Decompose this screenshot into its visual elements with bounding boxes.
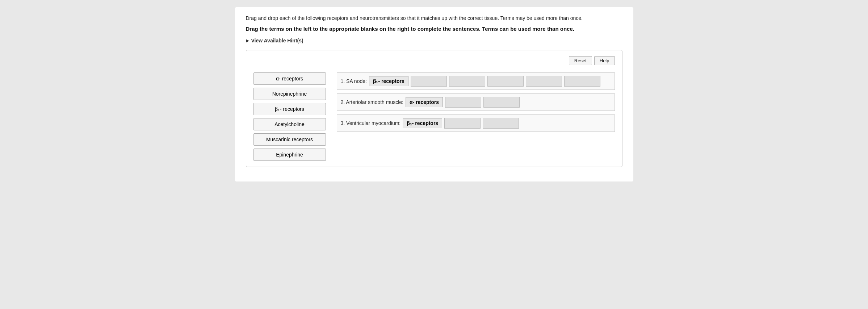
drop-zone-1-4[interactable] bbox=[526, 76, 562, 87]
reset-button[interactable]: Reset bbox=[569, 56, 592, 65]
sentence-3-filled: β₁- receptors bbox=[403, 118, 442, 128]
drop-zone-1-3[interactable] bbox=[487, 76, 524, 87]
term-alpha-receptors[interactable]: α- receptors bbox=[253, 72, 326, 85]
hint-row[interactable]: ▶ View Available Hint(s) bbox=[246, 38, 622, 43]
term-norepinephrine[interactable]: Norepinephrine bbox=[253, 88, 326, 100]
instruction-line2: Drag the terms on the left to the approp… bbox=[246, 25, 622, 33]
sentences-column: 1. SA node: β₁- receptors 2. Arteriolar … bbox=[337, 72, 615, 161]
sentence-2-label: 2. Arteriolar smooth muscle: bbox=[341, 99, 404, 105]
term-muscarinic-receptors[interactable]: Muscarinic receptors bbox=[253, 133, 326, 146]
hint-arrow-icon: ▶ bbox=[246, 38, 249, 43]
drag-area: Reset Help α- receptors Norepinephrine β… bbox=[246, 50, 622, 167]
sentence-1-filled: β₁- receptors bbox=[369, 76, 408, 86]
content-area: α- receptors Norepinephrine β₁- receptor… bbox=[253, 72, 615, 161]
top-buttons: Reset Help bbox=[253, 56, 615, 65]
drop-zone-3-1[interactable] bbox=[444, 118, 481, 129]
drop-zone-3-2[interactable] bbox=[483, 118, 519, 129]
drop-zone-1-5[interactable] bbox=[564, 76, 600, 87]
sentence-2-filled: α- receptors bbox=[406, 97, 443, 107]
term-beta1-receptors[interactable]: β₁- receptors bbox=[253, 103, 326, 115]
sentence-row-2: 2. Arteriolar smooth muscle: α- receptor… bbox=[337, 93, 615, 111]
sentence-row-1: 1. SA node: β₁- receptors bbox=[337, 72, 615, 90]
terms-column: α- receptors Norepinephrine β₁- receptor… bbox=[253, 72, 326, 161]
drop-zone-2-1[interactable] bbox=[445, 97, 481, 108]
sentence-1-number: 1. SA node: bbox=[341, 78, 367, 84]
sentence-3-label: 3. Ventricular myocardium: bbox=[341, 120, 401, 126]
drop-zone-1-2[interactable] bbox=[449, 76, 485, 87]
hint-label[interactable]: View Available Hint(s) bbox=[251, 38, 303, 43]
term-acetylcholine[interactable]: Acetylcholine bbox=[253, 118, 326, 130]
drop-zone-2-2[interactable] bbox=[483, 97, 520, 108]
page-wrapper: Drag and drop each of the following rece… bbox=[235, 7, 633, 181]
term-epinephrine[interactable]: Epinephrine bbox=[253, 149, 326, 161]
help-button[interactable]: Help bbox=[594, 56, 615, 65]
drop-zone-1-1[interactable] bbox=[411, 76, 447, 87]
instruction-line1: Drag and drop each of the following rece… bbox=[246, 14, 622, 22]
sentence-row-3: 3. Ventricular myocardium: β₁- receptors bbox=[337, 114, 615, 132]
